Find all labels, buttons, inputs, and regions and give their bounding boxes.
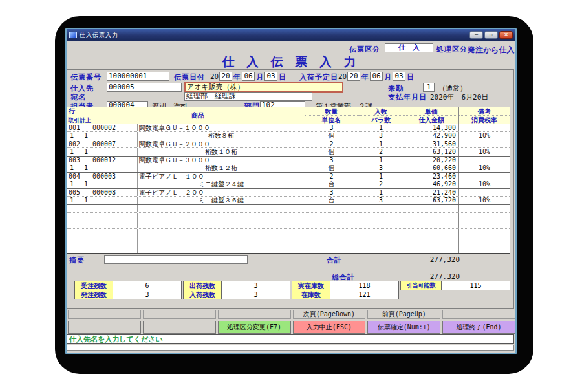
code-spacer <box>91 197 138 204</box>
purchase-amount <box>404 245 459 253</box>
slip-date-century: 20 <box>210 72 219 81</box>
unit-price <box>404 205 459 212</box>
packs-per-unit: 1 <box>358 124 404 131</box>
product-code: 000007 <box>91 140 138 147</box>
slip-no-input[interactable]: 100000001 <box>107 72 169 81</box>
stock-label: 発注残数 <box>74 290 113 299</box>
stock-summary-table: 受注残数 6 出荷残数 3 実在庫数 118 引当可能数 115 発注残数 3 <box>74 281 510 299</box>
quantity <box>305 221 358 228</box>
arrival-month-input[interactable]: 06 <box>370 72 383 81</box>
raikan-note: （通常） <box>438 83 467 93</box>
packs-per-unit <box>358 237 404 245</box>
slip-date-day-input[interactable]: 03 <box>264 72 277 81</box>
total-label: 合計 <box>327 256 342 265</box>
quantity <box>305 237 358 245</box>
product-name: 関数電卓ＧＵ－２０００ <box>137 140 305 147</box>
slip-class-label: 伝票区分 <box>349 45 380 54</box>
quantity: 2 <box>305 140 358 147</box>
posting-flags <box>67 213 91 221</box>
purchase-amount: 46,920 <box>404 180 459 188</box>
product-code: 000012 <box>91 157 138 164</box>
packs-per-unit: 1 <box>358 189 404 196</box>
window-titlebar[interactable]: 仕入伝票入力 − ▫ ✕ <box>67 29 515 41</box>
posting-flags: 11 <box>67 197 91 204</box>
grand-total-value: 277,320 <box>395 272 460 281</box>
table-row[interactable] <box>67 205 510 221</box>
fkey-blank <box>143 310 216 319</box>
table-row[interactable]: 001 000002 関数電卓ＧＵ－１０００ 3 1 14,300 11 桁数８ <box>67 124 510 140</box>
slip-class-value[interactable]: 仕 入 <box>385 43 433 52</box>
code-spacer <box>91 229 138 237</box>
items-table-body: 001 000002 関数電卓ＧＵ－１０００ 3 1 14,300 11 桁数８ <box>67 124 510 253</box>
line-number: 005 <box>67 189 91 196</box>
col-packs-header: 入数バラ数 <box>358 107 404 124</box>
stock-label: 引当可能数 <box>400 281 442 290</box>
col-price-header: 単価仕入金額 <box>404 107 459 124</box>
table-row[interactable]: 003 000012 関数電卓ＧＵ－３０００ 3 1 20,220 11 桁数１ <box>67 157 510 173</box>
arrival-day-input[interactable]: 03 <box>393 72 405 81</box>
slip-date-month-input[interactable]: 06 <box>242 72 255 81</box>
slip-date-year-input[interactable]: 20 <box>219 72 232 81</box>
col-qty-header: 数量単位名 <box>305 107 358 124</box>
product-spec: ミニ鍵盤３６鍵 <box>137 197 305 204</box>
function-key-row-1: 次頁(PageDown) 前頁(PageUp) <box>68 310 515 319</box>
tax-rate: 10% <box>459 148 510 156</box>
addressee-input[interactable]: 経理部 経理課 <box>184 92 312 101</box>
loose-count: 3 <box>358 132 404 140</box>
status-strip <box>67 345 514 351</box>
prev-page-button[interactable]: 前頁(PageUp) <box>367 310 440 319</box>
supplier-code-input[interactable]: 000005 <box>107 83 182 92</box>
close-button[interactable]: ✕ <box>499 31 513 39</box>
table-row[interactable] <box>67 221 510 237</box>
purchase-amount: 42,900 <box>404 132 459 140</box>
payment-date-value: 2020年 6月20日 <box>430 93 488 102</box>
confirm-slip-button[interactable]: 伝票確定(Num:+) <box>367 321 440 334</box>
page-title: 仕 入 伝 票 入 力 <box>67 54 515 71</box>
product-name: 関数電卓ＧＵ－１０００ <box>137 124 305 131</box>
table-row[interactable]: 005 000008 電子ピアノＬ－２００ 3 1 21,240 11 ミニ鍵盤 <box>67 189 510 205</box>
process-class-label: 処理区分 <box>436 45 468 54</box>
stock-label: 出荷残数 <box>183 281 222 290</box>
remark-cell <box>459 124 510 131</box>
device-bezel: 仕入伝票入力 − ▫ ✕ 伝票区分 仕 入 処理区分 発注から仕入 仕 入 伝 … <box>55 16 534 374</box>
unit-price: 21,240 <box>404 189 459 196</box>
table-row[interactable]: 004 000003 電子ピアノＬ－１００ 2 1 23,460 11 ミニ鍵盤 <box>67 173 510 189</box>
posting-flags: 11 <box>67 180 91 188</box>
code-spacer <box>91 245 138 253</box>
purchase-amount <box>404 213 459 221</box>
app-icon <box>69 32 77 38</box>
product-name <box>137 237 305 245</box>
unit-name: 個 <box>305 164 358 172</box>
product-code: 000008 <box>91 189 138 196</box>
minimize-button[interactable]: − <box>469 31 483 39</box>
cancel-input-button[interactable]: 入力中止(ESC) <box>293 321 366 334</box>
unit-name: 個 <box>305 132 358 140</box>
remark-input[interactable] <box>104 255 248 264</box>
next-page-button[interactable]: 次頁(PageDown) <box>293 310 366 319</box>
unit-price <box>404 221 459 228</box>
product-spec: ミニ鍵盤２４鍵 <box>137 180 305 188</box>
quantity <box>305 205 358 212</box>
loose-count <box>358 213 404 221</box>
day-suffix: 日 <box>407 72 415 82</box>
raikan-label: 来勘 <box>388 83 404 93</box>
raikan-input[interactable]: 1 <box>423 83 435 92</box>
maximize-button[interactable]: ▫ <box>484 31 498 39</box>
table-row[interactable] <box>67 237 510 253</box>
supplier-name-input[interactable]: アオキ販売（株） <box>184 82 343 93</box>
stock-value: 3 <box>222 290 290 299</box>
remark-cell <box>459 189 510 196</box>
stock-value: 3 <box>113 290 182 299</box>
stock-label: 在庫数 <box>292 290 330 299</box>
loose-count: 2 <box>358 148 404 156</box>
purchase-amount: 60,660 <box>404 164 459 172</box>
month-suffix: 月 <box>256 72 264 82</box>
line-number <box>67 237 91 245</box>
end-process-button[interactable]: 処理終了(End) <box>442 321 515 334</box>
change-process-class-button[interactable]: 処理区分変更(F7) <box>218 321 291 334</box>
arrival-year-input[interactable]: 20 <box>347 72 360 81</box>
tax-rate <box>459 213 510 221</box>
packs-per-unit: 1 <box>358 173 404 180</box>
table-row[interactable]: 002 000007 関数電卓ＧＵ－２０００ 2 1 31,560 11 桁数１ <box>67 140 510 157</box>
supplier-label: 仕入先 <box>70 83 94 93</box>
